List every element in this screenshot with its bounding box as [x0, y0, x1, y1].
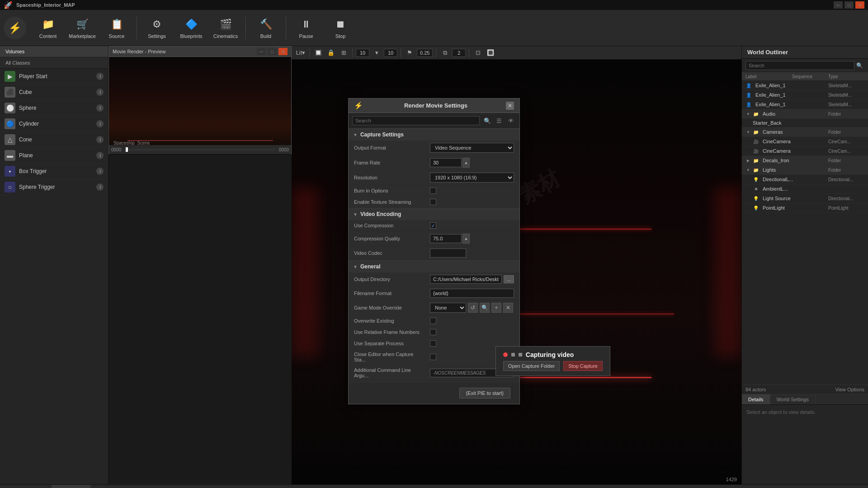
preview-close[interactable]: ✕: [278, 48, 288, 55]
close-btn[interactable]: ✕: [855, 1, 864, 9]
tab-sequencer[interactable]: Sequencer: [52, 485, 91, 488]
outliner-item-light-source[interactable]: 💡 Light Source Directional...: [742, 194, 868, 203]
video-section-header[interactable]: ▼ Video Encoding: [349, 208, 519, 220]
general-section-header[interactable]: ▼ General: [349, 261, 519, 272]
vp-vis-btn[interactable]: 🔲: [313, 47, 324, 58]
list-item-box-trigger[interactable]: ▪ Box Trigger ℹ: [0, 164, 108, 179]
modal-search-icon[interactable]: 🔍: [482, 116, 492, 126]
vp-lock-btn[interactable]: 🔒: [326, 47, 336, 58]
toolbar-source[interactable]: 📋 Source: [100, 12, 133, 44]
outliner-item-cinecam-1[interactable]: 🎥 CineCamera CineCam...: [742, 137, 868, 146]
plane-info[interactable]: ℹ: [96, 152, 104, 159]
player-start-info[interactable]: ℹ: [96, 73, 104, 80]
tab-details[interactable]: Details: [742, 394, 770, 404]
resolution-select[interactable]: 868 x 488 (16:9): [430, 173, 514, 183]
maximize-btn[interactable]: □: [844, 1, 854, 9]
decals-expand[interactable]: ▶: [745, 158, 751, 163]
vp-snap-btn[interactable]: 🔳: [485, 47, 496, 58]
list-item-plane[interactable]: ▬ Plane ℹ: [0, 148, 108, 164]
list-item-sphere-trigger[interactable]: ○ Sphere Trigger ℹ: [0, 179, 108, 195]
vp-layers-btn[interactable]: ⧉: [439, 47, 450, 58]
sphere-trigger-info[interactable]: ℹ: [96, 183, 104, 191]
preview-maximize[interactable]: □: [268, 48, 277, 55]
close-editor-checkbox[interactable]: [430, 354, 436, 360]
game-mode-clear[interactable]: ✕: [503, 303, 513, 313]
codec-input[interactable]: [430, 249, 466, 258]
quality-input[interactable]: [430, 234, 462, 243]
game-mode-find[interactable]: 🔍: [480, 303, 490, 313]
filename-input[interactable]: [430, 289, 514, 298]
outliner-item-decals[interactable]: ▶ 📁 Decals_Iron Folder: [742, 156, 868, 165]
outliner-item-starter[interactable]: Starter_Back: [742, 119, 868, 127]
quality-up[interactable]: ▲: [462, 234, 470, 244]
outliner-item-lights[interactable]: ▼ 📁 Lights Folder: [742, 165, 868, 175]
outliner-item-cinecam-2[interactable]: 🎥 CineCamera CineCam...: [742, 146, 868, 156]
frame-rate-up[interactable]: ▲: [462, 158, 470, 168]
outliner-item-cameras[interactable]: ▼ 📁 Cameras Folder: [742, 127, 868, 137]
toolbar-build[interactable]: 🔨 Build: [250, 12, 282, 44]
tab-all-classes[interactable]: All Classes: [0, 57, 108, 69]
outliner-item-exile-1[interactable]: 👤 Exile_Alien_1 SkeletalM...: [742, 81, 868, 90]
vp-num-1-dropdown[interactable]: ▾: [371, 47, 382, 58]
cube-info[interactable]: ℹ: [96, 89, 104, 96]
toolbar-stop[interactable]: ⏹ Stop: [324, 12, 357, 44]
cylinder-icon: 🔵: [5, 118, 15, 129]
view-options-btn[interactable]: View Options: [835, 387, 864, 392]
toolbar-settings[interactable]: ⚙ Settings: [141, 12, 173, 44]
list-item-sphere[interactable]: ⚪ Sphere ℹ: [0, 100, 108, 116]
outliner-item-audio[interactable]: ▼ 📁 Audio Folder: [742, 109, 868, 119]
open-capture-folder-btn[interactable]: Open Capture Folder: [503, 361, 560, 371]
sphere-info[interactable]: ℹ: [96, 104, 104, 112]
output-dir-input[interactable]: [430, 275, 502, 284]
modal-close-btn[interactable]: ✕: [506, 102, 514, 110]
box-trigger-info[interactable]: ℹ: [96, 168, 104, 175]
audio-expand[interactable]: ▼: [745, 111, 751, 117]
modal-eye-icon[interactable]: 👁: [506, 116, 516, 126]
overwrite-checkbox[interactable]: [430, 318, 436, 324]
list-item-cone[interactable]: △ Cone ℹ: [0, 132, 108, 148]
outliner-item-ambient[interactable]: ☀ AmbientL...: [742, 184, 868, 194]
toolbar-content[interactable]: 📁 Content: [32, 12, 64, 44]
toolbar-marketplace[interactable]: 🛒 Marketplace: [66, 12, 99, 44]
minimize-btn[interactable]: ─: [834, 1, 843, 9]
tab-world-settings[interactable]: World Settings: [770, 394, 816, 404]
lights-expand[interactable]: ▼: [745, 167, 751, 173]
exit-pie-btn[interactable]: {Exit PIE to start}: [459, 388, 510, 399]
vp-flag-btn[interactable]: ⚑: [404, 47, 415, 58]
modal-list-icon[interactable]: ☰: [494, 116, 504, 126]
list-item-cube[interactable]: ⬛ Cube ℹ: [0, 84, 108, 100]
frame-rate-input[interactable]: [430, 158, 462, 167]
output-dir-browse[interactable]: ...: [504, 275, 514, 283]
toolbar-pause[interactable]: ⏸ Pause: [290, 12, 322, 44]
capture-section-header[interactable]: ▼ Capture Settings: [349, 129, 519, 141]
vp-perspective-btn[interactable]: Lit▾: [295, 47, 306, 58]
preview-minimize[interactable]: ─: [257, 48, 266, 55]
stop-capture-btn[interactable]: Stop Capture: [563, 361, 603, 371]
game-mode-select[interactable]: None: [430, 303, 466, 313]
cone-info[interactable]: ℹ: [96, 136, 104, 143]
outliner-item-exile-3[interactable]: 👤 Exile_Alien_1 SkeletalM...: [742, 100, 868, 109]
game-mode-reset[interactable]: ↺: [468, 303, 478, 313]
cameras-expand[interactable]: ▼: [745, 129, 751, 135]
game-mode-add[interactable]: +: [491, 303, 501, 313]
compression-checkbox[interactable]: [430, 222, 436, 229]
texture-streaming-checkbox[interactable]: [430, 199, 436, 205]
relative-frames-checkbox[interactable]: [430, 329, 436, 335]
modal-search-input[interactable]: [352, 116, 480, 125]
toolbar-blueprints[interactable]: 🔷 Blueprints: [175, 12, 208, 44]
burn-in-checkbox[interactable]: [430, 188, 436, 194]
tab-volumes[interactable]: Volumes: [0, 46, 108, 57]
tab-content-browser[interactable]: Content Browser: [0, 485, 52, 488]
cylinder-info[interactable]: ℹ: [96, 120, 104, 127]
separate-process-checkbox[interactable]: [430, 340, 436, 347]
list-item-cylinder[interactable]: 🔵 Cylinder ℹ: [0, 116, 108, 132]
toolbar-cinematics[interactable]: 🎬 Cinematics: [209, 12, 242, 44]
vp-grid-btn[interactable]: ⊞: [338, 47, 349, 58]
outliner-search-input[interactable]: [745, 61, 854, 70]
output-format-select[interactable]: Video Sequence: [430, 143, 514, 153]
outliner-item-exile-2[interactable]: 👤 Exile_Alien_1 SkeletalM...: [742, 90, 868, 100]
outliner-item-directional[interactable]: 💡 DirectionalL... Directional...: [742, 175, 868, 184]
list-item-player-start[interactable]: ▶ Player Start ℹ: [0, 69, 108, 84]
vp-maximize-btn[interactable]: ⊡: [472, 47, 483, 58]
outliner-item-pointlight[interactable]: 💡 PointLight PointLight: [742, 203, 868, 213]
